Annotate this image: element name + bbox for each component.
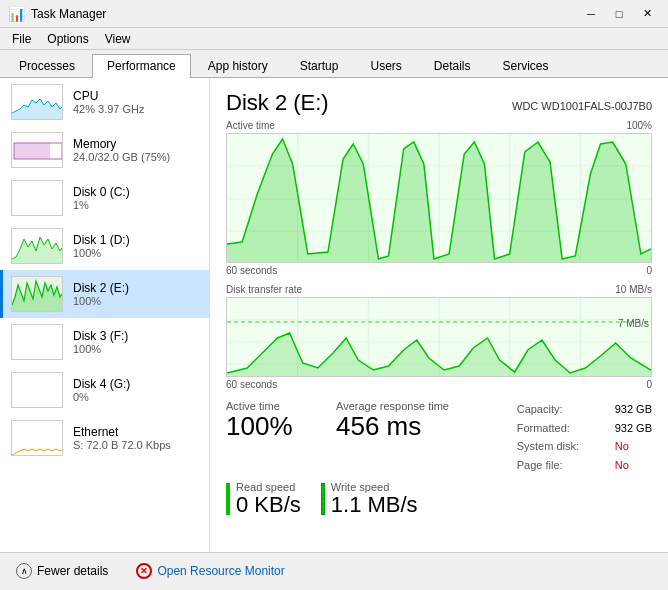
disk4-label: Disk 4 (G:) [73, 377, 130, 391]
svg-rect-3 [14, 143, 50, 159]
formatted-value: 932 GB [615, 419, 652, 438]
formatted-label: Formatted: [517, 419, 607, 438]
disk4-sublabel: 0% [73, 391, 130, 403]
info-table: Capacity: 932 GB Formatted: 932 GB Syste… [517, 400, 652, 475]
disk0-thumbnail [11, 180, 63, 216]
transfer-rate-chart: 7 MB/s [226, 297, 652, 377]
chart1-time-start: 60 seconds [226, 265, 277, 276]
chevron-icon: ∧ [16, 563, 32, 579]
sidebar-item-disk2[interactable]: Disk 2 (E:) 100% [0, 270, 209, 318]
disk2-thumbnail [11, 276, 63, 312]
write-speed-bar [321, 483, 325, 515]
disk2-sublabel: 100% [73, 295, 129, 307]
formatted-row: Formatted: 932 GB [517, 419, 652, 438]
page-file-value: No [615, 456, 629, 475]
right-panel: Disk 2 (E:) WDC WD1001FALS-00J7B0 Active… [210, 78, 668, 552]
capacity-label: Capacity: [517, 400, 607, 419]
active-time-chart [226, 133, 652, 263]
write-speed-block: Write speed 1.1 MB/s [321, 481, 418, 517]
page-file-label: Page file: [517, 456, 607, 475]
system-disk-label: System disk: [517, 437, 607, 456]
read-speed-info: Read speed 0 KB/s [236, 481, 301, 517]
disk2-label: Disk 2 (E:) [73, 281, 129, 295]
system-disk-value: No [615, 437, 629, 456]
tabs-bar: Processes Performance App history Startu… [0, 50, 668, 78]
avg-response-value: 456 ms [336, 412, 449, 441]
window-controls: ─ □ ✕ [578, 4, 660, 24]
disk3-info: Disk 3 (F:) 100% [73, 329, 128, 355]
sidebar-item-disk3[interactable]: Disk 3 (F:) 100% [0, 318, 209, 366]
tab-users[interactable]: Users [355, 54, 416, 77]
tab-app-history[interactable]: App history [193, 54, 283, 77]
chart1-time-end: 0 [646, 265, 652, 276]
disk0-sublabel: 1% [73, 199, 130, 211]
disk1-thumbnail [11, 228, 63, 264]
system-disk-row: System disk: No [517, 437, 652, 456]
read-speed-label: Read speed [236, 481, 301, 493]
sidebar-item-disk4[interactable]: Disk 4 (G:) 0% [0, 366, 209, 414]
chart1-label: Active time [226, 120, 275, 131]
read-speed-bar [226, 483, 230, 515]
chart2-secondary: 7 MB/s [618, 318, 649, 329]
open-resource-monitor-button[interactable]: ✕ Open Resource Monitor [130, 559, 290, 583]
fewer-details-button[interactable]: ∧ Fewer details [10, 559, 114, 583]
maximize-button[interactable]: □ [606, 4, 632, 24]
disk1-label: Disk 1 (D:) [73, 233, 130, 247]
chart2-label-row: Disk transfer rate 10 MB/s [226, 284, 652, 295]
disk4-info: Disk 4 (G:) 0% [73, 377, 130, 403]
memory-info: Memory 24.0/32.0 GB (75%) [73, 137, 170, 163]
ethernet-label: Ethernet [73, 425, 171, 439]
chart1-time-row: 60 seconds 0 [226, 265, 652, 276]
tab-processes[interactable]: Processes [4, 54, 90, 77]
sidebar-item-cpu[interactable]: CPU 42% 3.97 GHz [0, 78, 209, 126]
chart2-label: Disk transfer rate [226, 284, 302, 295]
disk0-info: Disk 0 (C:) 1% [73, 185, 130, 211]
menu-file[interactable]: File [4, 30, 39, 48]
sidebar-item-memory[interactable]: Memory 24.0/32.0 GB (75%) [0, 126, 209, 174]
tab-performance[interactable]: Performance [92, 54, 191, 78]
read-speed-value: 0 KB/s [236, 493, 301, 517]
chart2-time-row: 60 seconds 0 [226, 379, 652, 390]
tab-startup[interactable]: Startup [285, 54, 354, 77]
chart2-max: 10 MB/s [615, 284, 652, 295]
write-speed-label: Write speed [331, 481, 418, 493]
disk2-info: Disk 2 (E:) 100% [73, 281, 129, 307]
ethernet-info: Ethernet S: 72.0 B 72.0 Kbps [73, 425, 171, 451]
open-monitor-label: Open Resource Monitor [157, 564, 284, 578]
menu-bar: File Options View [0, 28, 668, 50]
sidebar-item-disk0[interactable]: Disk 0 (C:) 1% [0, 174, 209, 222]
main-content: CPU 42% 3.97 GHz Memory 24.0/32.0 GB (75… [0, 78, 668, 552]
active-time-value: 100% [226, 412, 316, 441]
close-button[interactable]: ✕ [634, 4, 660, 24]
menu-options[interactable]: Options [39, 30, 96, 48]
svg-rect-7 [12, 325, 63, 360]
menu-view[interactable]: View [97, 30, 139, 48]
tab-services[interactable]: Services [488, 54, 564, 77]
tab-details[interactable]: Details [419, 54, 486, 77]
disk3-thumbnail [11, 324, 63, 360]
memory-label: Memory [73, 137, 170, 151]
disk4-thumbnail [11, 372, 63, 408]
disk1-sublabel: 100% [73, 247, 130, 259]
speed-row: Read speed 0 KB/s Write speed 1.1 MB/s [226, 481, 652, 517]
disk3-label: Disk 3 (F:) [73, 329, 128, 343]
minimize-button[interactable]: ─ [578, 4, 604, 24]
disk1-info: Disk 1 (D:) 100% [73, 233, 130, 259]
sidebar-item-ethernet[interactable]: Ethernet S: 72.0 B 72.0 Kbps [0, 414, 209, 462]
window-title: Task Manager [31, 7, 578, 21]
disk-model: WDC WD1001FALS-00J7B0 [512, 100, 652, 112]
read-speed-block: Read speed 0 KB/s [226, 481, 301, 517]
write-speed-value: 1.1 MB/s [331, 493, 418, 517]
bottom-bar: ∧ Fewer details ✕ Open Resource Monitor [0, 552, 668, 588]
sidebar-item-disk1[interactable]: Disk 1 (D:) 100% [0, 222, 209, 270]
disk-title: Disk 2 (E:) [226, 90, 329, 116]
fewer-details-label: Fewer details [37, 564, 108, 578]
ethernet-sublabel: S: 72.0 B 72.0 Kbps [73, 439, 171, 451]
memory-sublabel: 24.0/32.0 GB (75%) [73, 151, 170, 163]
disk0-label: Disk 0 (C:) [73, 185, 130, 199]
avg-response-stat: Average response time 456 ms [336, 400, 449, 441]
page-file-row: Page file: No [517, 456, 652, 475]
stats-row: Active time 100% Average response time 4… [226, 400, 652, 475]
chart1-label-row: Active time 100% [226, 120, 652, 131]
ethernet-thumbnail [11, 420, 63, 456]
